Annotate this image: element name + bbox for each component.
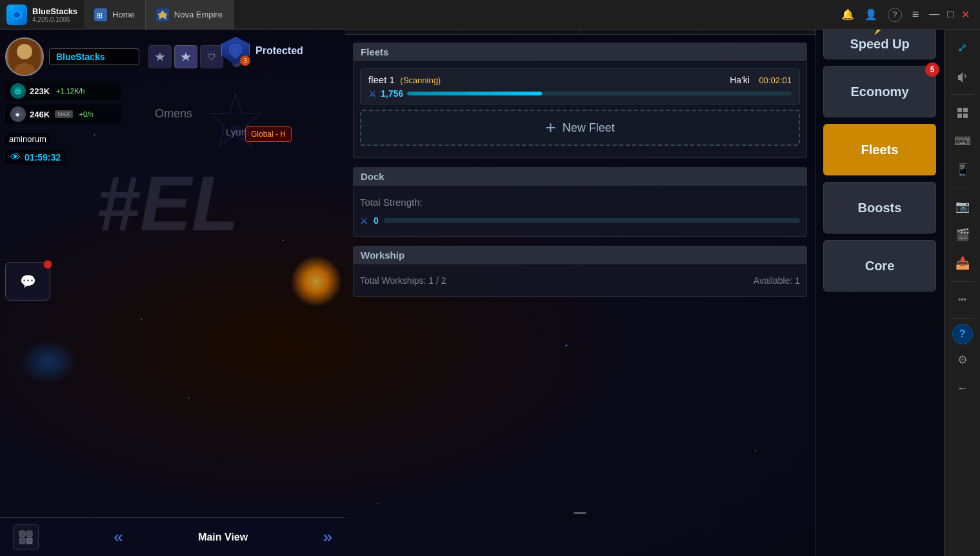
help-icon[interactable]: ? xyxy=(888,8,902,22)
resource2-icon: ◆ xyxy=(10,106,26,122)
dock-value-row: ⚔ 0 xyxy=(360,212,800,230)
dock-strength-row: Total Strength: xyxy=(360,193,800,212)
fleet-timer: 00:02:01 xyxy=(759,75,792,85)
chat-notification-dot xyxy=(43,260,52,269)
app-version: 4.205.0.1006 xyxy=(32,16,77,23)
faction-name: aminorum xyxy=(5,133,50,145)
sidebar-phone-btn[interactable]: 📱 xyxy=(950,157,975,183)
hud-nav-btn-1[interactable] xyxy=(148,45,172,68)
sidebar-import-btn[interactable]: 📥 xyxy=(950,250,975,276)
svg-rect-22 xyxy=(19,538,25,544)
resources-panel: ⬡ 223K +1.12K/h ◆ 246K MAX +0/h xyxy=(0,79,126,126)
player-avatar[interactable] xyxy=(5,37,44,76)
sidebar-back-btn[interactable]: ← xyxy=(950,375,975,401)
bell-icon[interactable]: 🔔 xyxy=(841,8,854,21)
sidebar-layout-btn[interactable] xyxy=(950,100,975,126)
title-bar: BlueStacks 4.205.0.1006 ⊞ Home Nova Empi… xyxy=(0,0,980,30)
user-account-icon[interactable]: 👤 xyxy=(865,8,877,21)
shield-icon-container: 3 xyxy=(219,35,252,67)
fleets-section-body: fleet 1 (Scanning) Ha'ki 00:02:01 ⚔ 1,75… xyxy=(353,62,807,158)
workship-row: Total Workships: 1 / 2 Available: 1 xyxy=(360,272,800,290)
sidebar-screenshot-btn[interactable]: 📷 xyxy=(950,194,975,219)
fleet-location: Ha'ki xyxy=(730,75,750,85)
sidebar-more-btn[interactable]: ••• xyxy=(950,287,975,313)
resource1-icon: ⬡ xyxy=(10,83,26,99)
fleets-button[interactable]: Fleets xyxy=(823,124,936,175)
total-strength-label: Total Strength: xyxy=(360,197,423,208)
global-chat-btn[interactable]: Global - H xyxy=(245,126,292,142)
svg-rect-25 xyxy=(963,108,968,112)
menu-icon[interactable]: ≡ xyxy=(912,8,919,21)
fleet-strength-icon: ⚔ xyxy=(368,88,377,99)
fleet-status: (Scanning) xyxy=(400,75,441,85)
fleet-row-1: fleet 1 (Scanning) Ha'ki 00:02:01 xyxy=(368,74,792,86)
svg-rect-23 xyxy=(26,538,32,544)
maximize-window-icon[interactable]: □ xyxy=(947,8,954,21)
speed-up-label: Speed Up xyxy=(850,37,909,52)
fleet-row-2: ⚔ 1,756 xyxy=(368,88,792,99)
svg-marker-13 xyxy=(181,52,191,61)
resource2-rate: +0/h xyxy=(79,110,94,118)
chat-bubble[interactable]: 💬 xyxy=(5,262,50,301)
panel-content: Fleets fleet 1 (Scanning) Ha'ki 00:02:01… xyxy=(345,35,815,313)
fleet-item-1[interactable]: fleet 1 (Scanning) Ha'ki 00:02:01 ⚔ 1,75… xyxy=(360,68,800,104)
fleet-name-status: fleet 1 (Scanning) xyxy=(368,74,441,86)
minimize-window-icon[interactable]: — xyxy=(929,8,939,21)
nav-icon-settings[interactable] xyxy=(13,524,39,550)
chat-icon: 💬 xyxy=(20,273,36,289)
resource1-rate: +1.12K/h xyxy=(56,87,85,95)
nebula-effect xyxy=(19,339,77,384)
protected-label: Protected xyxy=(255,45,303,57)
svg-marker-12 xyxy=(155,52,165,61)
boosts-button[interactable]: Boosts xyxy=(823,182,936,233)
timer-value: 01:59:32 xyxy=(25,152,61,163)
sidebar-divider-3 xyxy=(951,281,974,282)
app-name: BlueStacks xyxy=(32,6,77,16)
sidebar-divider-4 xyxy=(951,318,974,319)
svg-rect-21 xyxy=(26,531,32,537)
light-burst-effect xyxy=(290,255,342,307)
fleet-progress-bar xyxy=(407,92,792,95)
fleets-title: Fleets xyxy=(361,46,388,57)
economy-button[interactable]: Economy 5 xyxy=(823,66,936,117)
fleet-location-timer: Ha'ki 00:02:01 xyxy=(730,74,792,86)
bluestacks-icon xyxy=(6,5,27,25)
titlebar-controls: 🔔 👤 ? ≡ — □ ✕ xyxy=(841,8,980,22)
dock-strength-bar xyxy=(384,218,800,223)
dock-title: Dock xyxy=(361,171,385,182)
player-name: BlueStacks xyxy=(56,52,132,62)
nav-back-button[interactable]: « xyxy=(114,527,123,547)
protected-badge: 3 Protected xyxy=(219,35,303,67)
resource-row-1: ⬡ 223K +1.12K/h xyxy=(5,81,121,101)
sidebar-divider-2 xyxy=(951,188,974,188)
nova-tab-icon xyxy=(156,8,169,21)
sidebar-video-btn[interactable]: 🎬 xyxy=(950,222,975,248)
core-label: Core xyxy=(865,259,895,273)
el-watermark: #EL xyxy=(97,159,239,248)
player-name-box: BlueStacks xyxy=(49,48,139,65)
hud-timer: 👁 01:59:32 xyxy=(5,150,66,165)
home-tab[interactable]: ⊞ Home xyxy=(84,0,146,30)
svg-point-10 xyxy=(17,44,32,59)
nav-forward-button[interactable]: » xyxy=(323,527,332,547)
window-controls: — □ ✕ xyxy=(929,8,970,21)
nova-tab-label: Nova Empire xyxy=(174,10,223,19)
resource2-max-badge: MAX xyxy=(55,110,73,118)
core-button[interactable]: Core xyxy=(823,240,936,292)
sidebar-keyboard-btn[interactable]: ⌨ xyxy=(950,128,975,154)
svg-rect-20 xyxy=(19,531,25,537)
close-window-icon[interactable]: ✕ xyxy=(961,8,970,21)
sidebar-expand-btn[interactable]: ⤢ xyxy=(950,35,975,61)
new-fleet-button[interactable]: + New Fleet xyxy=(360,110,800,146)
sidebar-help-btn[interactable]: ? xyxy=(952,324,973,344)
right-buttons-panel: ⚡ Speed Up Economy 5 Fleets Boosts Core xyxy=(815,0,944,556)
economy-badge: 5 xyxy=(925,63,939,77)
bottom-minimize-bar[interactable] xyxy=(345,508,815,517)
home-tab-icon: ⊞ xyxy=(94,8,107,21)
bottom-navigation: « Main View » xyxy=(0,517,345,556)
sidebar-settings-btn[interactable]: ⚙ xyxy=(950,347,975,373)
sidebar-volume-btn[interactable] xyxy=(950,63,975,89)
hud-nav-btn-2[interactable] xyxy=(174,45,197,68)
nova-empire-tab[interactable]: Nova Empire xyxy=(146,0,234,30)
svg-rect-26 xyxy=(957,114,962,118)
